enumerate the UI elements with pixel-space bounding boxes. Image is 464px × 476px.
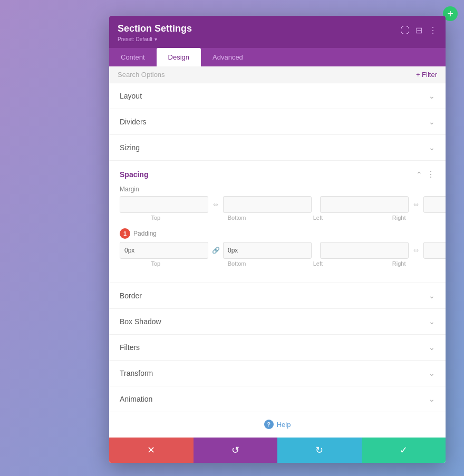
- filters-chevron-icon: ⌄: [429, 343, 435, 352]
- padding-right-input[interactable]: [423, 242, 446, 259]
- dividers-label: Dividers: [120, 118, 147, 126]
- layout-label: Layout: [120, 92, 142, 100]
- filters-label: Filters: [120, 343, 140, 352]
- tab-design[interactable]: Design: [157, 48, 201, 66]
- help-row[interactable]: ? Help: [109, 412, 446, 432]
- margin-label: Margin: [120, 186, 435, 193]
- margin-left-right-pair: ⇔: [320, 196, 446, 213]
- modal-body: Layout ⌄ Dividers ⌄ Sizing ⌄ Spacing ⌃ ⋮…: [109, 83, 446, 438]
- margin-bottom-input[interactable]: [223, 196, 312, 213]
- columns-icon[interactable]: ⊟: [415, 25, 422, 35]
- help-icon: ?: [264, 420, 274, 429]
- padding-badge: 1: [120, 228, 130, 239]
- modal-preset[interactable]: Preset: Default ▾: [118, 35, 192, 43]
- filter-button[interactable]: + Filter: [416, 71, 437, 79]
- redo-button[interactable]: ↻: [277, 438, 362, 463]
- filters-section-row[interactable]: Filters ⌄: [109, 335, 446, 361]
- modal-header: Section Settings Preset: Default ▾ ⛶ ⊟ ⋮: [109, 16, 446, 48]
- padding-lr-labels: Left Right: [282, 260, 436, 267]
- transform-chevron-icon: ⌄: [429, 369, 435, 377]
- margin-tb-labels: Top Bottom: [120, 215, 273, 221]
- padding-right-label: Right: [363, 260, 435, 267]
- spacing-more-icon[interactable]: ⋮: [427, 169, 435, 179]
- padding-label: Padding: [133, 230, 157, 237]
- margin-right-input[interactable]: [423, 196, 446, 213]
- expand-icon[interactable]: ⛶: [401, 26, 409, 35]
- dividers-section-row[interactable]: Dividers ⌄: [109, 109, 446, 135]
- border-section-row[interactable]: Border ⌄: [109, 283, 446, 309]
- tab-content[interactable]: Content: [109, 48, 157, 66]
- reset-button[interactable]: ↺: [194, 438, 278, 463]
- animation-label: Animation: [120, 395, 152, 403]
- animation-section-row[interactable]: Animation ⌄: [109, 386, 446, 412]
- margin-left-input[interactable]: [320, 196, 409, 213]
- padding-bottom-input[interactable]: [223, 242, 312, 259]
- layout-section-row[interactable]: Layout ⌄: [109, 83, 446, 109]
- padding-link-icon-2[interactable]: ⇔: [409, 242, 423, 259]
- modal-header-icons: ⛶ ⊟ ⋮: [401, 25, 437, 35]
- border-chevron-icon: ⌄: [429, 292, 435, 300]
- padding-top-bottom-pair: 🔗: [120, 242, 312, 259]
- margin-top-input[interactable]: [120, 196, 208, 213]
- margin-link-icon-2[interactable]: ⇔: [409, 196, 423, 213]
- save-button[interactable]: ✓: [362, 438, 446, 463]
- spacing-header: Spacing ⌃ ⋮: [120, 161, 435, 186]
- search-placeholder[interactable]: Search Options: [118, 71, 165, 79]
- padding-left-input[interactable]: [320, 242, 409, 259]
- sizing-section-row[interactable]: Sizing ⌄: [109, 135, 446, 161]
- box-shadow-section-row[interactable]: Box Shadow ⌄: [109, 309, 446, 335]
- padding-left-right-pair: ⇔: [320, 242, 446, 259]
- transform-label: Transform: [120, 369, 153, 377]
- spacing-title: Spacing: [120, 170, 148, 179]
- modal-header-left: Section Settings Preset: Default ▾: [118, 23, 192, 43]
- box-shadow-chevron-icon: ⌄: [429, 317, 435, 326]
- padding-input-row: 🔗 ⇔: [120, 242, 435, 259]
- padding-label-row: 1 Padding: [120, 228, 435, 239]
- sizing-chevron-icon: ⌄: [429, 143, 435, 152]
- spacing-section: Spacing ⌃ ⋮ Margin ⇔ ⇔: [109, 161, 446, 283]
- bottom-bar: ✕ ↺ ↻ ✓: [109, 438, 446, 463]
- modal-title: Section Settings: [118, 23, 192, 34]
- sizing-label: Sizing: [120, 143, 140, 152]
- dividers-chevron-icon: ⌄: [429, 118, 435, 126]
- margin-bottom-label: Bottom: [201, 215, 273, 221]
- modal-tabs: Content Design Advanced: [109, 48, 446, 66]
- padding-bottom-label: Bottom: [201, 260, 273, 267]
- margin-top-bottom-pair: ⇔: [120, 196, 312, 213]
- border-label: Border: [120, 292, 142, 300]
- padding-tb-labels: Top Bottom: [120, 260, 273, 267]
- margin-link-icon[interactable]: ⇔: [208, 196, 223, 213]
- margin-right-label: Right: [363, 215, 435, 221]
- spacing-collapse-icon[interactable]: ⌃: [416, 170, 422, 179]
- box-shadow-label: Box Shadow: [120, 317, 161, 326]
- padding-link-icon[interactable]: 🔗: [208, 242, 223, 259]
- more-options-icon[interactable]: ⋮: [429, 25, 437, 35]
- margin-input-row: ⇔ ⇔: [120, 196, 435, 213]
- margin-lr-labels: Left Right: [282, 215, 436, 221]
- animation-chevron-icon: ⌄: [429, 395, 435, 403]
- margin-left-label: Left: [282, 215, 354, 221]
- padding-top-input[interactable]: [120, 242, 208, 259]
- tab-advanced[interactable]: Advanced: [201, 48, 255, 66]
- help-label: Help: [277, 421, 291, 429]
- section-settings-modal: Section Settings Preset: Default ▾ ⛶ ⊟ ⋮…: [109, 16, 446, 463]
- padding-left-label: Left: [282, 260, 354, 267]
- margin-top-label: Top: [120, 215, 192, 221]
- search-bar: Search Options + Filter: [109, 66, 446, 83]
- spacing-header-icons: ⌃ ⋮: [416, 169, 435, 179]
- layout-chevron-icon: ⌄: [429, 92, 435, 100]
- margin-label-row: Top Bottom Left Right: [120, 215, 435, 221]
- transform-section-row[interactable]: Transform ⌄: [109, 361, 446, 386]
- padding-top-label: Top: [120, 260, 192, 267]
- cancel-button[interactable]: ✕: [109, 438, 194, 463]
- padding-label-row-fields: Top Bottom Left Right: [120, 260, 435, 267]
